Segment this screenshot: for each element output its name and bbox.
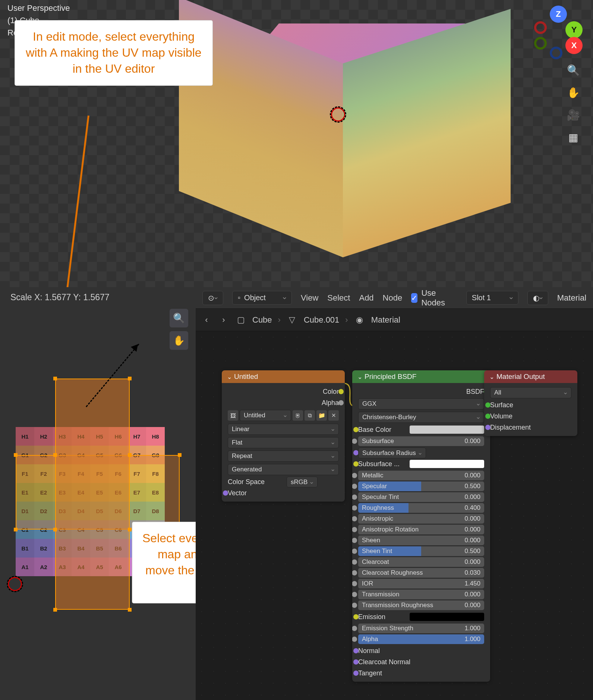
socket-anisotropic_rot-in[interactable] bbox=[352, 527, 357, 532]
bsdf-ior-slider[interactable]: IOR1.450 bbox=[358, 579, 484, 588]
bsdf-roughness-slider[interactable]: Roughness0.400 bbox=[358, 503, 484, 513]
uv-cell[interactable]: C5 bbox=[90, 520, 109, 539]
socket-tangent-in[interactable] bbox=[353, 671, 359, 676]
uv-cell[interactable]: H1 bbox=[16, 427, 34, 446]
socket-vector-in[interactable] bbox=[223, 490, 228, 496]
uv-cell[interactable]: H4 bbox=[72, 427, 90, 446]
socket-specular-in[interactable] bbox=[352, 484, 357, 489]
node-material-output[interactable]: Material Output All SurfaceVolumeDisplac… bbox=[484, 370, 577, 436]
bsdf-alpha-slider[interactable]: Alpha1.000 bbox=[358, 634, 484, 644]
socket-anisotropic-in[interactable] bbox=[352, 516, 357, 521]
uv-cell[interactable]: A4 bbox=[72, 558, 90, 576]
sss-method-dropdown[interactable]: Christensen-Burley bbox=[358, 412, 484, 423]
socket-alpha-in[interactable] bbox=[352, 637, 357, 642]
socket-clearcoat-in[interactable] bbox=[352, 559, 357, 565]
uv-cell[interactable]: E1 bbox=[16, 483, 34, 502]
uv-cell[interactable]: A3 bbox=[53, 558, 72, 576]
distribution-dropdown[interactable]: GGX bbox=[358, 398, 484, 409]
uv-cell[interactable]: D6 bbox=[109, 502, 127, 520]
chevron-left-icon[interactable]: ‹ bbox=[201, 314, 212, 326]
uv-cell[interactable]: C6 bbox=[109, 520, 127, 539]
uv-cell[interactable]: H6 bbox=[109, 427, 127, 446]
uv-cell[interactable]: F4 bbox=[72, 464, 90, 483]
material-preview-dropdown[interactable]: ◐ bbox=[527, 291, 548, 305]
uv-vertex-handle[interactable] bbox=[53, 608, 57, 612]
socket-clearcoat_rough-in[interactable] bbox=[352, 570, 357, 575]
bsdf-subsurface_color-swatch[interactable] bbox=[410, 460, 484, 468]
bsdf-base_color-swatch[interactable] bbox=[410, 426, 484, 434]
bsdf-emission_strength-slider[interactable]: Emission Strength1.000 bbox=[358, 624, 484, 633]
uv-cell[interactable]: H5 bbox=[90, 427, 109, 446]
node-title[interactable]: Material Output bbox=[484, 370, 577, 383]
gizmo-axis-x[interactable]: X bbox=[565, 37, 583, 54]
gizmo-neg-x[interactable] bbox=[534, 21, 547, 34]
uv-cell[interactable]: D2 bbox=[34, 502, 53, 520]
gizmo-neg-y[interactable] bbox=[534, 37, 547, 50]
use-nodes-checkbox[interactable]: ✓ bbox=[411, 293, 417, 303]
uv-cell[interactable]: A5 bbox=[90, 558, 109, 576]
gizmo-axis-z[interactable]: Z bbox=[550, 6, 567, 23]
uv-cell[interactable]: F6 bbox=[109, 464, 127, 483]
breadcrumb-material[interactable]: Material bbox=[371, 315, 400, 325]
socket-specular_tint-in[interactable] bbox=[352, 495, 357, 500]
pivot-dropdown[interactable]: ⊙ bbox=[202, 291, 223, 305]
uv-cell[interactable]: A2 bbox=[34, 558, 53, 576]
uv-cell[interactable]: C1 bbox=[16, 520, 34, 539]
source-dropdown[interactable]: Generated bbox=[228, 464, 339, 475]
breadcrumb-object[interactable]: Cube bbox=[252, 315, 272, 325]
uv-cell[interactable]: D7 bbox=[127, 502, 146, 520]
uv-cell[interactable]: B2 bbox=[34, 539, 53, 558]
image-name-field[interactable]: Untitled bbox=[240, 410, 291, 421]
uv-cell[interactable]: F5 bbox=[90, 464, 109, 483]
uv-cell[interactable]: A6 bbox=[109, 558, 127, 576]
uv-vertex-handle[interactable] bbox=[178, 453, 182, 457]
menu-select[interactable]: Select bbox=[327, 293, 350, 303]
uv-vertex-handle[interactable] bbox=[128, 528, 132, 531]
bsdf-sheen_tint-slider[interactable]: Sheen Tint0.500 bbox=[358, 546, 484, 556]
node-title[interactable]: Principled BSDF bbox=[352, 370, 490, 383]
zoom-in-icon[interactable]: 🔍 bbox=[565, 62, 582, 79]
uv-vertex-handle[interactable] bbox=[128, 453, 132, 457]
socket-volume-in[interactable] bbox=[485, 414, 491, 419]
interpolation-dropdown[interactable]: Linear bbox=[228, 424, 339, 435]
bsdf-subsurface-slider[interactable]: Subsurface0.000 bbox=[358, 436, 484, 446]
bsdf-subsurface_radius-dropdown[interactable]: Subsurface Radius bbox=[358, 448, 426, 458]
socket-roughness-in[interactable] bbox=[352, 505, 357, 511]
uv-cell[interactable]: E6 bbox=[109, 483, 127, 502]
uv-cell[interactable]: F7 bbox=[127, 464, 146, 483]
socket-surface-in[interactable] bbox=[485, 402, 491, 408]
uv-cell[interactable]: G4 bbox=[72, 446, 90, 464]
duplicate-icon[interactable]: ⧉ bbox=[305, 410, 315, 421]
uv-cell[interactable]: F2 bbox=[34, 464, 53, 483]
bsdf-specular-slider[interactable]: Specular0.500 bbox=[358, 481, 484, 491]
uv-cell[interactable]: F8 bbox=[146, 464, 165, 483]
menu-node[interactable]: Node bbox=[383, 293, 403, 303]
zoom-in-icon[interactable]: 🔍 bbox=[170, 309, 188, 327]
chevron-right-icon[interactable]: › bbox=[218, 314, 229, 326]
uv-editor-panel[interactable]: Scale X: 1.5677 Y: 1.5677 🔍 ✋ H1H2H3H4H5… bbox=[0, 287, 196, 700]
uv-cell[interactable]: G1 bbox=[16, 446, 34, 464]
socket-transmission_rough-in[interactable] bbox=[352, 603, 357, 608]
uv-cell[interactable]: G8 bbox=[146, 446, 165, 464]
uv-cell[interactable]: G6 bbox=[109, 446, 127, 464]
uv-cell[interactable]: E5 bbox=[90, 483, 109, 502]
uv-cell[interactable]: A1 bbox=[16, 558, 34, 576]
grid-toggle-icon[interactable]: ▦ bbox=[565, 129, 582, 146]
material-slot-dropdown[interactable]: Slot 1 bbox=[466, 291, 518, 305]
bsdf-sheen-slider[interactable]: Sheen0.000 bbox=[358, 536, 484, 545]
uv-cell[interactable]: C2 bbox=[34, 520, 53, 539]
open-file-icon[interactable]: 📁 bbox=[316, 410, 327, 421]
gizmo-axis-y[interactable]: Y bbox=[565, 21, 583, 38]
uv-vertex-handle[interactable] bbox=[53, 377, 57, 380]
bsdf-clearcoat-slider[interactable]: Clearcoat0.000 bbox=[358, 557, 484, 567]
gizmo-neg-z[interactable] bbox=[550, 47, 562, 59]
socket-ior-in[interactable] bbox=[352, 581, 357, 586]
socket-emission-in[interactable] bbox=[353, 614, 359, 619]
uv-cell[interactable]: D8 bbox=[146, 502, 165, 520]
uv-cell[interactable]: H2 bbox=[34, 427, 53, 446]
socket-clearcoat_normal-in[interactable] bbox=[353, 659, 359, 665]
socket-displacement-in[interactable] bbox=[485, 425, 491, 430]
navigation-gizmo[interactable]: Z Y X bbox=[534, 6, 583, 54]
socket-sheen_tint-in[interactable] bbox=[352, 549, 357, 554]
fake-user-icon[interactable]: ⛨ bbox=[293, 410, 303, 421]
